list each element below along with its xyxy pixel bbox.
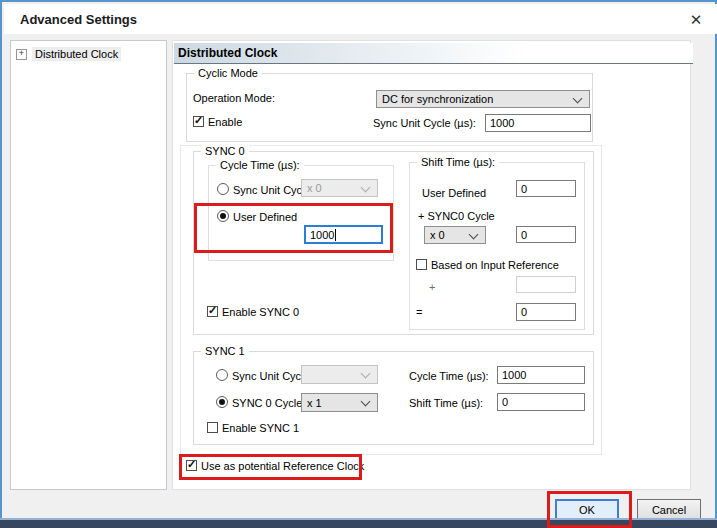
cycle-time-group: Cycle Time (µs): Sync Unit Cycle x 0 Use… [208,165,394,261]
close-icon[interactable]: ✕ [685,9,707,31]
sync0-group-label: SYNC 0 [201,145,249,158]
input-reference-input [516,276,576,293]
text-caret [335,229,336,241]
enable-sync0-checkbox[interactable] [207,306,218,317]
chevron-down-icon [469,230,479,240]
cycle-time-group-label: Cycle Time (µs): [216,159,304,172]
enable-sync1-label: Enable SYNC 1 [222,422,299,435]
shift-user-defined-value: 0 [521,183,527,195]
operation-mode-label: Operation Mode: [193,92,275,105]
cancel-button-label: Cancel [652,504,686,516]
shift-multiplier-result-value: 0 [521,229,527,241]
chevron-down-icon [361,397,371,407]
sync1-group: SYNC 1 Sync Unit Cycle Cycle Time (µs): … [193,351,594,445]
sync1-multiplier-select[interactable]: x 1 [301,393,378,412]
sync-unit-cycle-radio[interactable] [217,183,229,195]
shift-user-defined-input[interactable]: 0 [516,180,576,197]
shift-user-defined-label: User Defined [422,187,486,200]
sync1-sync-unit-cycle-label: Sync Unit Cycle [232,370,310,383]
plus-sync0-cycle-label: + SYNC0 Cycle [418,210,495,223]
chevron-down-icon [361,183,371,193]
sync1-sync-unit-cycle-radio[interactable] [216,369,228,381]
ok-button-label: OK [579,504,595,516]
tree-item-label[interactable]: Distributed Clock [32,47,121,61]
shift-total-input[interactable]: 0 [516,303,576,321]
plus-label: + [429,281,435,294]
chevron-down-icon [573,94,583,104]
cyclic-mode-group-label: Cyclic Mode [194,67,262,80]
enable-sync0-label: Enable SYNC 0 [222,306,299,319]
cyclic-mode-group: Cyclic Mode Operation Mode: DC for synch… [186,73,593,142]
shift-multiplier-result-input[interactable]: 0 [516,226,576,243]
page-title: Distributed Clock [174,43,693,64]
enable-label: Enable [208,116,242,129]
operation-mode-value: DC for synchronization [382,93,493,105]
shift-total-value: 0 [521,306,527,318]
shift-multiplier-value: x 0 [430,229,445,241]
sync1-group-label: SYNC 1 [201,345,249,358]
based-on-input-reference-label: Based on Input Reference [431,259,559,272]
sync1-sync0-cycle-label: SYNC 0 Cycle [232,397,302,410]
shift-multiplier-select[interactable]: x 0 [424,226,486,244]
settings-tree: + Distributed Clock [10,40,167,490]
user-defined-value: 1000 [310,229,334,241]
bottom-window-edge [0,518,717,528]
sync1-sync0-cycle-radio[interactable] [216,396,228,408]
enable-sync1-checkbox[interactable] [207,422,218,433]
based-on-input-reference-checkbox[interactable] [416,259,427,270]
sync-unit-cycle-input[interactable]: 1000 [485,114,591,132]
user-defined-radio[interactable] [217,210,229,222]
tree-item-distributed-clock[interactable]: + Distributed Clock [16,47,121,61]
reference-clock-label: Use as potential Reference Clock [201,460,364,473]
shift-time-group-label: Shift Time (µs): [417,156,499,169]
sync-unit-cycle-radio-label: Sync Unit Cycle [233,184,311,197]
reference-clock-checkbox[interactable] [186,460,197,471]
window-title: Advanced Settings [20,12,137,27]
sync1-shift-time-value: 0 [502,396,508,408]
advanced-settings-dialog: Advanced Settings ✕ + Distributed Clock … [0,0,717,528]
sync-unit-cycle-multiplier-select: x 0 [301,179,378,197]
sync1-cycle-time-input[interactable]: 1000 [497,366,585,384]
sync1-unit-multiplier-select [301,365,378,384]
shift-time-group: Shift Time (µs): User Defined 0 + SYNC0 … [409,162,585,330]
sync1-cycle-time-value: 1000 [502,369,526,381]
chevron-down-icon [361,369,371,379]
equals-label: = [416,306,422,319]
sync1-cycle-time-label: Cycle Time (µs): [409,370,489,383]
enable-checkbox[interactable] [193,116,204,127]
operation-mode-select[interactable]: DC for synchronization [376,90,590,108]
sync-unit-cycle-label: Sync Unit Cycle (µs): [373,117,476,130]
sync1-shift-time-label: Shift Time (µs): [409,397,483,410]
sync1-shift-time-input[interactable]: 0 [497,393,585,411]
main-panel: Distributed Clock Cyclic Mode Operation … [172,40,691,490]
dialog-window: Advanced Settings ✕ + Distributed Clock … [0,0,717,518]
multiplier-value: x 0 [307,182,322,194]
user-defined-radio-label: User Defined [233,211,297,224]
sync-unit-cycle-value: 1000 [490,117,514,129]
titlebar: Advanced Settings ✕ [4,4,717,34]
tree-expander-icon[interactable]: + [16,49,27,60]
sync0-group: SYNC 0 Cycle Time (µs): Sync Unit Cycle … [193,151,594,335]
user-defined-input[interactable]: 1000 [304,225,383,244]
sync1-multiplier-value: x 1 [307,397,322,409]
